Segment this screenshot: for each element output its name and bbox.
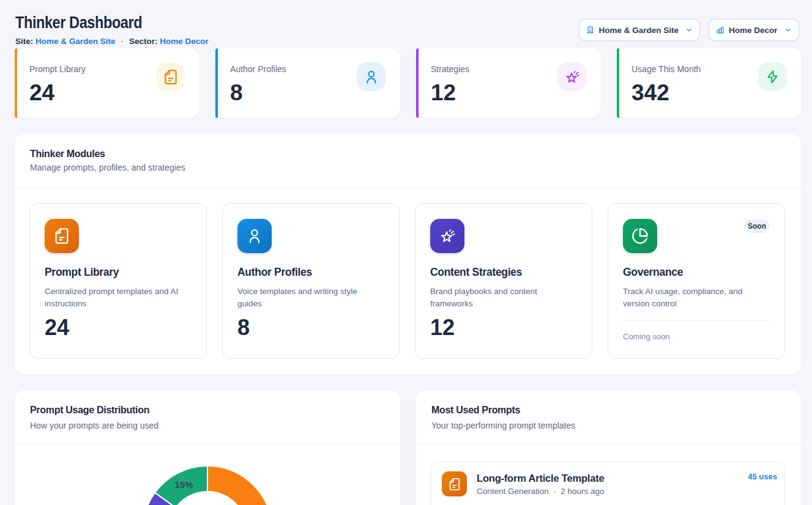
svg-text:15%: 15%: [174, 479, 193, 490]
